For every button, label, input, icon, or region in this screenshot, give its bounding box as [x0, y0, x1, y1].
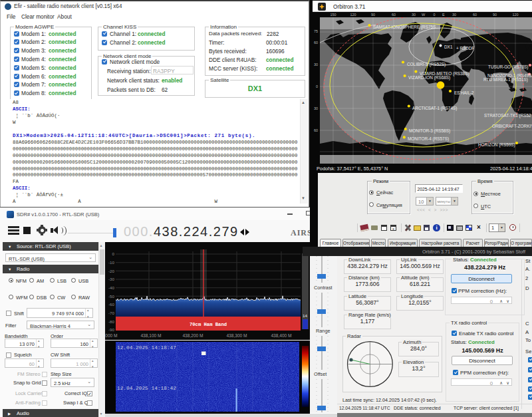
- svg-text:12.04.2025 14:18:47: 12.04.2025 14:18:47: [117, 345, 176, 350]
- svg-text:70cm Ham Band: 70cm Ham Band: [190, 322, 227, 327]
- svg-text:-10: -10: [108, 260, 115, 265]
- svg-text:12.04.2025 14:18:42: 12.04.2025 14:18:42: [117, 386, 176, 391]
- svg-text:HORIZON (RS59S): HORIZON (RS59S): [478, 142, 515, 148]
- svg-text:0: 0: [112, 251, 115, 256]
- svg-text:438,000 M: 438,000 M: [105, 333, 118, 338]
- svg-text:438,300 M: 438,300 M: [226, 333, 247, 338]
- svg-text:-20: -20: [108, 269, 115, 273]
- svg-text:-50: -50: [108, 294, 115, 299]
- svg-text:-80: -80: [108, 319, 115, 324]
- svg-text:DX1: DX1: [444, 45, 453, 49]
- svg-text:SAMSAT-IONOSPHERE (RS75S: SAMSAT-IONOSPHERE (RS75S: [373, 25, 436, 30]
- svg-text:COLIBRI-S (RS52S): COLIBRI-S (RS52S): [407, 62, 446, 67]
- svg-text:438,400 M: 438,400 M: [271, 333, 291, 338]
- svg-text:-70: -70: [108, 311, 115, 315]
- svg-text:TUSUR-GO (RS78S): TUSUR-GO (RS78S): [488, 65, 528, 70]
- svg-text:MONITOR-4 (RS57S): MONITOR-4 (RS57S): [408, 136, 449, 142]
- svg-text:VIZARD-ION (RS68S): VIZARD-ION (RS68S): [408, 75, 450, 80]
- svg-text:-90: -90: [108, 327, 115, 332]
- svg-text:438,200 M: 438,200 M: [182, 333, 203, 338]
- svg-text:-30: -30: [108, 277, 115, 281]
- svg-text:438,100 M: 438,100 M: [140, 333, 161, 338]
- svg-text:ARCTICSAT-1 (RS74S): ARCTICSAT-1 (RS74S): [412, 106, 457, 111]
- svg-text:ORBICRAFT-ZORKIY: ORBICRAFT-ZORKIY: [492, 124, 532, 128]
- svg-text:ES'HAIL-2: ES'HAIL-2: [454, 90, 474, 95]
- svg-text:RTU MIREA-1 (RS51S): RTU MIREA-1 (RS51S): [483, 77, 528, 82]
- svg-text:MONITOR-3 (RS58S): MONITOR-3 (RS58S): [409, 128, 450, 134]
- svg-text:+ R3ODF: + R3ODF: [456, 46, 474, 51]
- svg-text:-60: -60: [108, 302, 115, 307]
- svg-text:-40: -40: [108, 285, 115, 290]
- svg-text:STRATOSAT-TK1 (RS52: STRATOSAT-TK1 (RS52: [484, 113, 531, 118]
